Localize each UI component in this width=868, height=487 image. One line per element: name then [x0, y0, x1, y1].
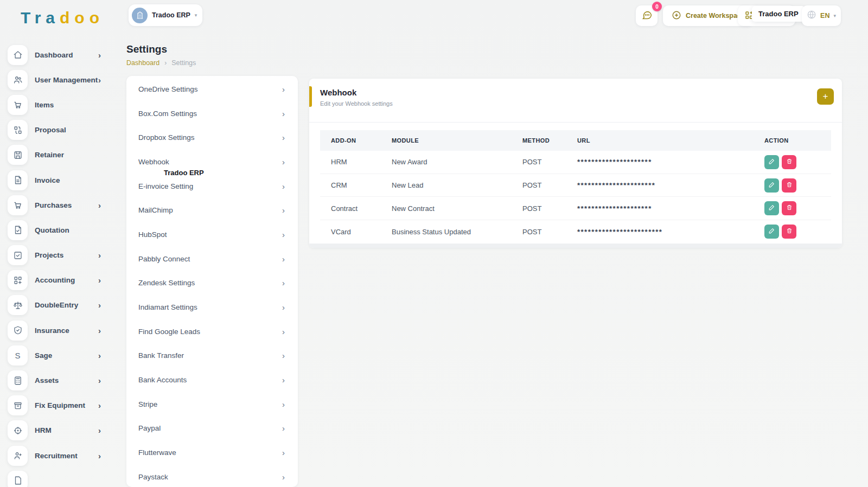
delete-button[interactable]	[782, 225, 796, 239]
settings-item-hubspot[interactable]: HubSpot›	[126, 222, 298, 247]
webhook-panel: Webhook Edit your Webhook settings + ADD…	[309, 79, 842, 248]
cell-url: ************************	[577, 228, 764, 236]
messages-button[interactable]: 0	[636, 5, 658, 26]
settings-item-stripe[interactable]: Stripe›	[126, 392, 298, 416]
settings-item-indiamart-settings[interactable]: Indiamart Settings›	[126, 295, 298, 319]
sidebar-item-quotation[interactable]: Quotation	[0, 217, 114, 242]
sidebar-item-hrm[interactable]: HRM›	[0, 418, 114, 443]
sidebar-item-retainer[interactable]: Retainer	[0, 143, 114, 168]
sidebar-item-items[interactable]: Items	[0, 92, 114, 117]
plan-tooltip: Tradoo ERP	[752, 6, 805, 22]
chevron-right-icon: ›	[98, 351, 101, 360]
panel-footer-strip	[309, 244, 842, 248]
sidebar-item-recruitment[interactable]: Recruitment›	[0, 443, 114, 468]
sidebar-item-invoice[interactable]: Invoice	[0, 168, 114, 193]
add-webhook-button[interactable]: +	[817, 88, 834, 105]
column-header-action: ACTION	[764, 137, 831, 144]
sidebar-item-label: Invoice	[35, 176, 114, 184]
settings-item-paypal[interactable]: Paypal›	[126, 416, 298, 441]
sidebar-item-proposal[interactable]: Proposal	[0, 118, 114, 143]
cell-module: New Contract	[392, 204, 522, 213]
chevron-right-icon: ›	[98, 201, 101, 210]
breadcrumb-dashboard[interactable]: Dashboard	[126, 59, 159, 67]
settings-item-label: OneDrive Settings	[138, 85, 282, 93]
settings-item-bank-accounts[interactable]: Bank Accounts›	[126, 368, 298, 392]
trash-icon	[786, 181, 793, 190]
settings-item-find-google-leads[interactable]: Find Google Leads›	[126, 319, 298, 344]
chevron-right-icon: ›	[282, 85, 285, 94]
chevron-right-icon: ›	[98, 251, 101, 260]
settings-menu: OneDrive Settings›Box.Com Settings›Dropb…	[126, 76, 298, 487]
notification-badge: 0	[652, 2, 662, 11]
webhook-subtitle: Edit your Webhook settings	[320, 100, 393, 107]
delete-button[interactable]	[782, 178, 796, 193]
settings-item-box-com-settings[interactable]: Box.Com Settings›	[126, 101, 298, 126]
cell-addon: CRM	[320, 181, 392, 189]
floating-tooltip: Tradoo ERP	[164, 169, 204, 177]
sidebar-item-dashboard[interactable]: Dashboard›	[0, 42, 114, 67]
sidebar-item-fix-equipment[interactable]: Fix Equipment›	[0, 393, 114, 418]
home-icon	[8, 45, 28, 65]
sidebar-item-accounting[interactable]: Accounting›	[0, 268, 114, 293]
breadcrumb-separator-icon: ›	[164, 59, 167, 67]
cell-addon: Contract	[320, 204, 392, 213]
chevron-right-icon: ›	[282, 472, 285, 482]
settings-item-label: Box.Com Settings	[138, 110, 282, 118]
edit-button[interactable]	[764, 155, 779, 169]
edit-button[interactable]	[764, 178, 779, 193]
chevron-right-icon: ›	[282, 327, 285, 336]
pencil-icon	[768, 204, 775, 213]
settings-item-zendesk-settings[interactable]: Zendesk Settings›	[126, 271, 298, 296]
chevron-down-icon: ▾	[195, 12, 197, 18]
chevron-right-icon: ›	[98, 75, 101, 85]
workspace-label: Tradoo ERP	[152, 11, 190, 19]
cell-actions	[764, 225, 831, 239]
sidebar-item-projects[interactable]: Projects›	[0, 243, 114, 268]
settings-item-label: HubSpot	[138, 230, 282, 239]
settings-item-dropbox-settings[interactable]: Dropbox Settings›	[126, 125, 298, 150]
pencil-icon	[768, 181, 775, 190]
sidebar-item-user-management[interactable]: User Management›	[0, 67, 114, 92]
webhook-table: ADD-ONMODULEMETHODURLACTIONHRMNew AwardP…	[320, 130, 831, 244]
sidebar-item-doubleentry[interactable]: DoubleEntry›	[0, 293, 114, 318]
delete-button[interactable]	[782, 155, 796, 169]
archive-icon	[8, 395, 28, 415]
table-row: HRMNew AwardPOST*********************	[320, 151, 831, 174]
settings-item-bank-transfer[interactable]: Bank Transfer›	[126, 344, 298, 368]
sidebar-item-label: Dashboard	[35, 51, 98, 59]
sidebar-item-partial[interactable]	[0, 468, 114, 487]
accounting-icon	[8, 270, 28, 290]
brand-logo: Tradoo	[21, 9, 104, 27]
sidebar-item-label: Quotation	[35, 226, 114, 234]
breadcrumb-current: Settings	[171, 59, 196, 67]
chevron-right-icon: ›	[282, 157, 285, 166]
sidebar-item-label: DoubleEntry	[35, 301, 98, 309]
settings-item-e-invoice-setting[interactable]: E-invoice Setting›	[126, 174, 298, 198]
sidebar-item-insurance[interactable]: Insurance›	[0, 318, 114, 343]
delete-button[interactable]	[782, 201, 796, 215]
settings-item-webhook[interactable]: Webhook›	[126, 150, 298, 174]
sidebar: Dashboard›User Management›ItemsProposalR…	[0, 42, 114, 487]
sidebar-item-label: Projects	[35, 251, 98, 259]
language-selector[interactable]: EN ▾	[802, 5, 841, 26]
cell-method: POST	[522, 181, 577, 189]
cart-icon	[8, 95, 28, 115]
chevron-right-icon: ›	[282, 278, 285, 287]
cell-url: **********************	[577, 181, 764, 189]
sage-icon: S	[8, 345, 28, 366]
settings-item-paystack[interactable]: Paystack›	[126, 465, 298, 487]
chevron-right-icon: ›	[282, 375, 285, 385]
edit-button[interactable]	[764, 201, 779, 215]
settings-item-flutterwave[interactable]: Flutterwave›	[126, 440, 298, 465]
sidebar-item-purchases[interactable]: Purchases›	[0, 193, 114, 217]
sidebar-item-sage[interactable]: SSage›	[0, 343, 114, 368]
workspace-selector[interactable]: Tradoo ERP ▾	[129, 4, 202, 26]
sidebar-item-assets[interactable]: Assets›	[0, 368, 114, 393]
settings-item-mailchimp[interactable]: MailChimp›	[126, 198, 298, 222]
edit-button[interactable]	[764, 225, 779, 239]
settings-item-onedrive-settings[interactable]: OneDrive Settings›	[126, 77, 298, 101]
cell-actions	[764, 178, 831, 193]
settings-item-label: Bank Transfer	[138, 351, 282, 360]
settings-item-pabbly-connect[interactable]: Pabbly Connect›	[126, 247, 298, 271]
page-title: Settings	[126, 43, 167, 55]
